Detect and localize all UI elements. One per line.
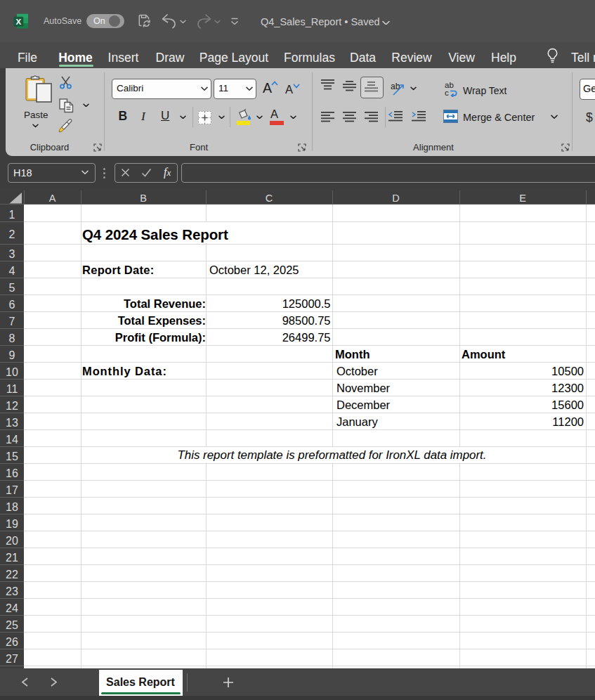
svg-text:c: c <box>445 89 449 97</box>
svg-text:X: X <box>16 18 22 26</box>
